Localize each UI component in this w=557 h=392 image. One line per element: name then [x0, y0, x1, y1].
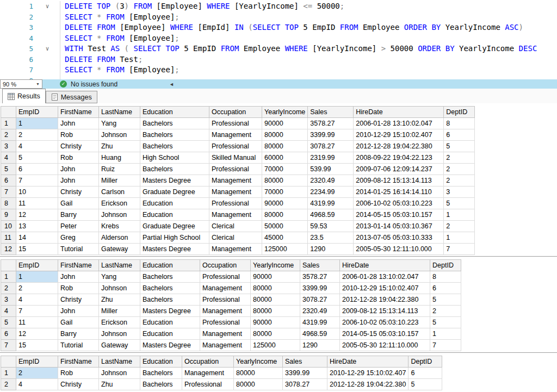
- grid-cell[interactable]: Clerical: [209, 232, 262, 244]
- grid-cell[interactable]: 2012-12-28 19:04:22.380: [327, 379, 409, 390]
- grid-cell[interactable]: Christy: [58, 141, 99, 152]
- grid-cell[interactable]: Management: [209, 186, 262, 198]
- grid-cell[interactable]: 1290: [308, 244, 354, 255]
- grid-cell[interactable]: Barry: [58, 328, 99, 340]
- row-header[interactable]: 3: [1, 141, 16, 152]
- grid-cell[interactable]: Education: [140, 198, 209, 209]
- grid-cell[interactable]: John: [58, 271, 99, 283]
- grid-cell[interactable]: Rob: [58, 368, 99, 379]
- grid-cell[interactable]: Professional: [182, 379, 234, 390]
- grid-cell[interactable]: Bachelors: [140, 141, 209, 152]
- grid-cell[interactable]: Peter: [58, 221, 99, 232]
- grid-cell[interactable]: Zhu: [99, 379, 140, 390]
- row-header[interactable]: 2: [1, 283, 16, 294]
- grid-cell[interactable]: 6: [444, 129, 475, 141]
- column-header[interactable]: DeptID: [444, 107, 475, 118]
- grid-cell[interactable]: Graduate Degree: [140, 186, 209, 198]
- row-header[interactable]: 1: [1, 271, 16, 283]
- column-header[interactable]: FirstName: [58, 260, 99, 271]
- code-line[interactable]: 5∨WITH Test AS ( SELECT TOP 5 EmpID FROM…: [0, 43, 557, 54]
- grid-cell[interactable]: 125000: [251, 340, 300, 351]
- grid-cell[interactable]: Yang: [99, 118, 140, 129]
- grid-cell[interactable]: 2: [444, 152, 475, 164]
- column-header[interactable]: Education: [140, 356, 182, 368]
- grid-cell[interactable]: 6: [409, 368, 442, 379]
- grid-cell[interactable]: Masters Degree: [140, 306, 200, 317]
- grid-cell[interactable]: 5: [430, 317, 461, 328]
- column-header[interactable]: HireDate: [327, 356, 409, 368]
- grid-cell[interactable]: Bachelors: [140, 164, 209, 175]
- grid-cell[interactable]: 2320.49: [308, 175, 354, 186]
- grid-cell[interactable]: 8: [444, 118, 475, 129]
- grid-cell[interactable]: Professional: [209, 141, 262, 152]
- grid-cell[interactable]: Bachelors: [140, 379, 182, 390]
- grid-cell[interactable]: 2014-05-15 05:03:10.157: [354, 209, 444, 221]
- grid-cell[interactable]: 3078.27: [300, 294, 340, 306]
- grid-cell[interactable]: Christy: [58, 294, 99, 306]
- grid-cell[interactable]: Professional: [200, 271, 251, 283]
- grid-cell[interactable]: Professional: [200, 294, 251, 306]
- row-header[interactable]: 11: [1, 232, 16, 244]
- grid-cell[interactable]: 3078.27: [308, 141, 354, 152]
- grid-cell[interactable]: 80000: [251, 328, 300, 340]
- grid-cell[interactable]: 11: [16, 317, 58, 328]
- grid-cell[interactable]: Tutorial: [58, 244, 99, 255]
- grid-cell[interactable]: Skilled Manual: [209, 152, 262, 164]
- column-header[interactable]: FirstName: [58, 107, 99, 118]
- column-header[interactable]: Sales: [283, 356, 327, 368]
- row-header[interactable]: 5: [1, 317, 16, 328]
- grid-cell[interactable]: 15: [16, 340, 58, 351]
- grid-cell[interactable]: 15: [16, 244, 58, 255]
- code-line[interactable]: 3DELETE FROM [Employee] WHERE [EmpId] IN…: [0, 22, 557, 33]
- grid-cell[interactable]: Gail: [58, 198, 99, 209]
- grid-cell[interactable]: Education: [140, 317, 200, 328]
- grid-cell[interactable]: 23.5: [308, 232, 354, 244]
- grid-cell[interactable]: 80000: [251, 306, 300, 317]
- grid-cell[interactable]: Johnson: [99, 328, 140, 340]
- grid-cell[interactable]: 80000: [262, 209, 308, 221]
- grid-cell[interactable]: 5: [444, 141, 475, 152]
- tab-messages[interactable]: Messages: [46, 91, 97, 103]
- grid-cell[interactable]: 4: [16, 379, 58, 390]
- grid-cell[interactable]: 80000: [251, 283, 300, 294]
- code-line[interactable]: 6DELETE FROM Test;: [0, 54, 557, 65]
- select-all-corner[interactable]: [1, 356, 16, 368]
- grid-cell[interactable]: Management: [200, 283, 251, 294]
- grid-cell[interactable]: Graduate Degree: [140, 221, 209, 232]
- grid-cell[interactable]: 2013-07-05 05:03:10.333: [354, 232, 444, 244]
- grid-cell[interactable]: Christy: [58, 379, 99, 390]
- row-header[interactable]: 2: [1, 129, 16, 141]
- column-header[interactable]: DeptID: [409, 356, 442, 368]
- grid-cell[interactable]: Carlson: [99, 186, 140, 198]
- grid-cell[interactable]: 80000: [262, 129, 308, 141]
- row-header[interactable]: 2: [1, 379, 16, 390]
- column-header[interactable]: HireDate: [340, 260, 430, 271]
- grid-cell[interactable]: 2234.99: [308, 186, 354, 198]
- grid-cell[interactable]: 4319.99: [300, 317, 340, 328]
- grid-cell[interactable]: Johnson: [99, 129, 140, 141]
- selected-cell[interactable]: 2: [16, 368, 58, 379]
- grid-cell[interactable]: 5: [16, 152, 58, 164]
- grid-cell[interactable]: 13: [16, 221, 58, 232]
- sql-editor[interactable]: 1∨DELETE TOP (3) FROM [Employee] WHERE […: [0, 0, 557, 79]
- column-header[interactable]: HireDate: [354, 107, 444, 118]
- row-header[interactable]: 1: [1, 118, 16, 129]
- grid-cell[interactable]: High School: [140, 152, 209, 164]
- grid-cell[interactable]: Greg: [58, 232, 99, 244]
- grid-cell[interactable]: Rob: [58, 283, 99, 294]
- grid-cell[interactable]: 125000: [262, 244, 308, 255]
- grid-cell[interactable]: Johnson: [99, 209, 140, 221]
- grid-cell[interactable]: 14: [16, 232, 58, 244]
- grid-cell[interactable]: Professional: [209, 164, 262, 175]
- column-header[interactable]: Education: [140, 107, 209, 118]
- grid-cell[interactable]: 2009-08-12 15:13:14.113: [340, 306, 430, 317]
- grid-cell[interactable]: John: [58, 164, 99, 175]
- column-header[interactable]: FirstName: [58, 356, 99, 368]
- grid-cell[interactable]: 80000: [262, 175, 308, 186]
- grid-cell[interactable]: 2010-12-29 15:10:02.407: [340, 283, 430, 294]
- column-header[interactable]: Sales: [300, 260, 340, 271]
- grid-cell[interactable]: 80000: [234, 379, 283, 390]
- zoom-selector[interactable]: 90 % ▼: [0, 79, 42, 89]
- grid-cell[interactable]: Partial High School: [140, 232, 209, 244]
- grid-cell[interactable]: 90000: [251, 271, 300, 283]
